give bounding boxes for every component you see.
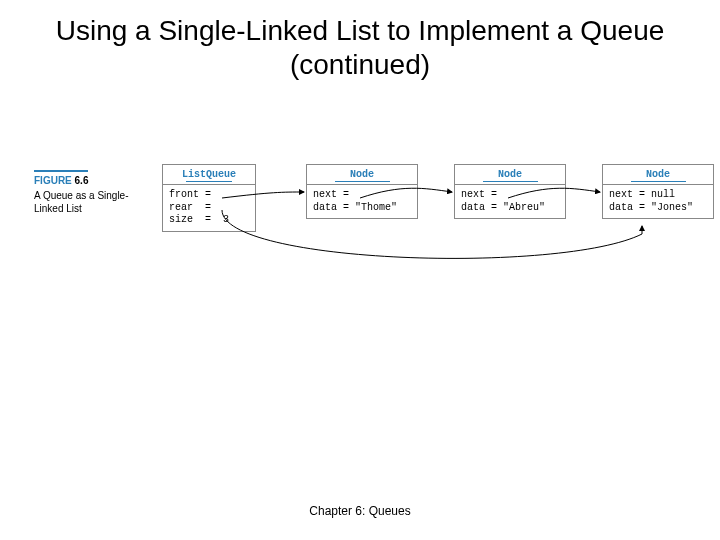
node2-header: Node <box>455 165 565 181</box>
arrow-rear-to-node3 <box>222 210 642 258</box>
figure-label: FIGURE 6.6 <box>34 170 88 187</box>
figure-caption: FIGURE 6.6 A Queue as a Single-Linked Li… <box>34 170 144 215</box>
node2-body: next = data = "Abreu" <box>455 184 565 218</box>
header-underline <box>631 181 686 182</box>
node3-body: next = null data = "Jones" <box>603 184 713 218</box>
figure-caption-text: A Queue as a Single-Linked List <box>34 189 144 215</box>
node1-box: Node next = data = "Thome" <box>306 164 418 219</box>
slide-title: Using a Single-Linked List to Implement … <box>0 0 720 81</box>
header-underline <box>335 181 390 182</box>
node3-box: Node next = null data = "Jones" <box>602 164 714 219</box>
node2-box: Node next = data = "Abreu" <box>454 164 566 219</box>
listqueue-header: ListQueue <box>163 165 255 181</box>
header-underline <box>186 181 232 182</box>
listqueue-box: ListQueue front = rear = size = 3 <box>162 164 256 232</box>
header-underline <box>483 181 538 182</box>
node3-header: Node <box>603 165 713 181</box>
listqueue-body: front = rear = size = 3 <box>163 184 255 231</box>
figure-label-number: 6.6 <box>75 175 89 186</box>
node1-header: Node <box>307 165 417 181</box>
figure-label-word: FIGURE <box>34 175 72 186</box>
node1-body: next = data = "Thome" <box>307 184 417 218</box>
slide-footer: Chapter 6: Queues <box>0 504 720 518</box>
